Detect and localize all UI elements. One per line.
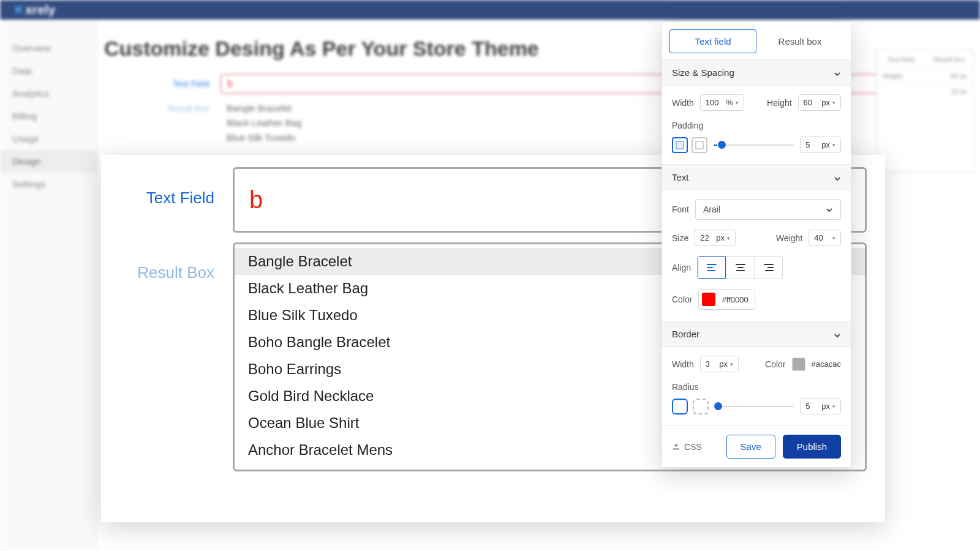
- section-size-spacing-header[interactable]: Size & Spacing: [662, 59, 851, 86]
- text-size-input[interactable]: 22 px▾: [695, 230, 736, 246]
- height-input[interactable]: 60 px▾: [798, 94, 841, 111]
- color-swatch-icon: [792, 358, 805, 371]
- border-width-label: Width: [672, 359, 694, 369]
- color-swatch-icon: [702, 293, 715, 306]
- radius-label: Radius: [672, 382, 841, 392]
- inspector-panel: Text field Result box Size & Spacing Wid…: [662, 21, 851, 468]
- border-width-input[interactable]: 3 px▾: [700, 356, 739, 372]
- align-label: Align: [672, 263, 691, 272]
- section-text-title: Text: [672, 172, 689, 182]
- align-center-button[interactable]: [726, 257, 754, 279]
- border-color-value: #acacac: [812, 359, 841, 369]
- text-weight-input[interactable]: 40 ▾: [809, 230, 841, 246]
- height-label: Height: [767, 98, 791, 108]
- align-left-button[interactable]: [698, 257, 726, 279]
- bg-right-tab: Text field: [876, 51, 925, 68]
- sidebar-item-design[interactable]: Design: [0, 150, 98, 173]
- padding-label: Padding: [672, 121, 841, 130]
- sidebar-item-billing[interactable]: Billing: [0, 105, 98, 127]
- padding-mode-uniform-icon[interactable]: [672, 137, 688, 153]
- sidebar-item-analytics[interactable]: Analytics: [0, 82, 98, 105]
- sidebar-item-data[interactable]: Data: [0, 59, 98, 82]
- section-size-spacing-title: Size & Spacing: [672, 67, 734, 78]
- section-text-header[interactable]: Text: [662, 164, 851, 190]
- save-button[interactable]: Save: [726, 435, 775, 459]
- font-select[interactable]: Arail: [695, 199, 841, 220]
- preview-result-box-label: Result Box: [101, 239, 233, 471]
- tab-result-box[interactable]: Result box: [756, 29, 843, 53]
- download-css-button[interactable]: CSS: [672, 441, 702, 452]
- preview-text-field-label: Text Field: [101, 155, 233, 239]
- font-label: Font: [672, 204, 689, 214]
- padding-slider[interactable]: [714, 143, 794, 147]
- bg-text-field-value: b: [221, 74, 968, 94]
- download-icon: [672, 441, 680, 452]
- topbar: ✕ xrely: [0, 0, 980, 20]
- sidebar-item-settings[interactable]: Settings: [0, 173, 98, 195]
- text-color-input[interactable]: #ff0000: [698, 289, 755, 310]
- chevron-down-icon: [834, 331, 841, 338]
- text-size-label: Size: [672, 233, 688, 243]
- publish-button[interactable]: Publish: [783, 435, 841, 459]
- chevron-down-icon: [826, 206, 833, 213]
- section-border-title: Border: [672, 329, 699, 339]
- brand-name: xrely: [26, 3, 56, 17]
- radius-value-input[interactable]: 5 px▾: [800, 398, 841, 414]
- sidebar-item-usage[interactable]: Usage: [0, 127, 98, 150]
- padding-value-input[interactable]: 5 px▾: [800, 137, 841, 153]
- bg-right-tab: Result box: [925, 51, 973, 68]
- logo-icon: ✕: [13, 2, 24, 17]
- bg-text-field-label: Text Field: [104, 74, 221, 89]
- width-label: Width: [672, 98, 694, 108]
- border-color-label: Color: [765, 359, 785, 369]
- radius-mode-individual-icon[interactable]: [693, 399, 709, 414]
- tab-text-field[interactable]: Text field: [669, 29, 756, 53]
- radius-mode-all-icon[interactable]: [672, 399, 688, 414]
- bg-right-panel: Text field Result box Height50 px 10 px: [876, 50, 974, 173]
- align-group: [697, 256, 783, 279]
- padding-mode-split-icon[interactable]: [692, 137, 707, 153]
- chevron-down-icon: [834, 174, 841, 181]
- sidebar: OverviewDataAnalyticsBillingUsageDesignS…: [0, 20, 98, 551]
- bg-result-list: Bangle BraceletBlack Leather BagBlue Sil…: [221, 99, 968, 148]
- align-right-button[interactable]: [754, 257, 782, 279]
- sidebar-item-overview[interactable]: Overview: [0, 37, 98, 59]
- chevron-down-icon: [834, 69, 841, 77]
- radius-slider[interactable]: [715, 405, 794, 408]
- section-border-header[interactable]: Border: [662, 321, 851, 347]
- bg-result-box-label: Result Box: [104, 99, 221, 113]
- width-input[interactable]: 100 %▾: [700, 94, 744, 111]
- text-color-label: Color: [672, 294, 692, 304]
- text-weight-label: Weight: [776, 233, 802, 243]
